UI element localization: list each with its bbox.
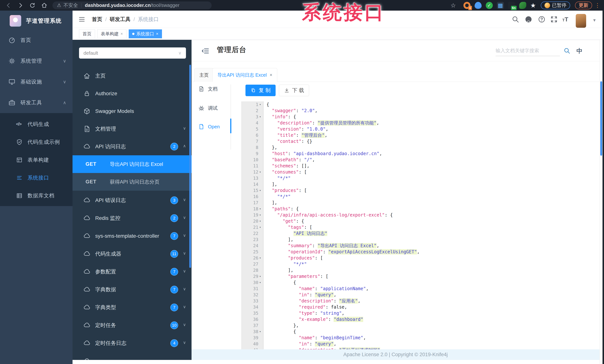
fullscreen-icon[interactable] <box>550 15 558 23</box>
extension-orange-icon[interactable]: 1 <box>463 2 470 9</box>
sidebar-item-infra[interactable]: 基础设施 ∨ <box>0 71 73 92</box>
k4-menu-item-sys-sms-template-controller[interactable]: sys-sms-template-controller7∨ <box>73 227 191 245</box>
code-editor[interactable]: 1▾{2 "swagger": "2.0",3▾ "info": {4 "des… <box>241 101 598 349</box>
address-bar[interactable]: ⚠ 不安全 dashboard.yudao.iocoder.cn /tool/s… <box>52 1 212 9</box>
update-button[interactable]: 更新 <box>575 1 592 9</box>
language-icon[interactable]: 中 <box>576 47 583 55</box>
extension-star-icon[interactable]: ★ <box>530 2 536 9</box>
paused-button[interactable]: 已暂停 <box>541 1 570 9</box>
doc-tab-export-api[interactable]: 导出API 访问日志 Excel × <box>212 68 277 82</box>
user-avatar[interactable] <box>576 14 586 28</box>
fold-caret-icon[interactable]: ▾ <box>258 103 262 106</box>
fold-caret-icon[interactable]: ▾ <box>258 213 262 217</box>
caret-down-icon[interactable]: ▾ <box>593 17 596 23</box>
sidebar-item-label: 系统管理 <box>20 57 42 64</box>
k4-menu-item-Swagger Models[interactable]: Swagger Models <box>73 102 191 120</box>
main-scrollbar-thumb[interactable] <box>600 81 602 156</box>
extension-pin-icon[interactable] <box>475 2 482 9</box>
close-icon[interactable]: × <box>156 31 158 36</box>
cloud-icon <box>83 322 90 329</box>
sidebar-item-db-doc[interactable]: 数据库文档 <box>0 187 73 205</box>
sidebar-scrollbar-thumb[interactable] <box>189 65 191 268</box>
breadcrumb-separator: / <box>134 16 135 22</box>
extension-leaf-icon[interactable] <box>519 2 526 9</box>
doc-tab-home[interactable]: 主页 <box>194 68 214 82</box>
doc-search-input[interactable] <box>496 45 560 56</box>
font-size-icon[interactable]: TT <box>562 15 570 23</box>
fold-caret-icon[interactable]: ▾ <box>258 330 262 333</box>
sidebar-item-system[interactable]: 系统管理 ∨ <box>0 50 73 71</box>
code-line: 34 "required": false, <box>241 304 598 310</box>
side-tab-debug[interactable]: 调试 <box>198 103 218 113</box>
sidebar-item-home[interactable]: 首页 <box>0 30 73 50</box>
k4-menu-item-定时任务[interactable]: 定时任务10∨ <box>73 316 191 334</box>
browser-home-icon[interactable] <box>41 2 48 9</box>
k4-menu-item-代码生成器[interactable]: 代码生成器11∨ <box>73 245 191 263</box>
fold-caret-icon[interactable]: ▾ <box>258 275 262 278</box>
breadcrumb-devtools[interactable]: 研发工具 <box>110 16 131 23</box>
k4-menu-item-Authorize[interactable]: Authorize <box>73 85 191 102</box>
search-icon[interactable] <box>512 15 519 23</box>
k4-menu-label: Swagger Models <box>95 108 134 114</box>
search-icon[interactable] <box>564 47 570 54</box>
k4-menu-item-主页[interactable]: 主页 <box>73 67 191 85</box>
download-button[interactable]: 下 载 <box>279 85 309 96</box>
k4-menu-item-API 错误日志[interactable]: API 错误日志3∨ <box>73 191 191 209</box>
k4-menu-item-字典类型[interactable]: 字典类型7∨ <box>73 299 191 316</box>
copy-button[interactable]: 复 制 <box>245 85 276 96</box>
side-tab-open[interactable]: Open <box>198 122 220 132</box>
sidebar-item-system-api[interactable]: 系统接口 <box>0 169 73 187</box>
app-logo[interactable]: 芋道管理系统 <box>0 11 73 31</box>
sidebar-item-form-builder[interactable]: 表单构建 <box>0 151 73 169</box>
fold-caret-icon[interactable]: ▾ <box>258 188 262 192</box>
k4-endpoint-获得API 访问日志分页[interactable]: GET获得API 访问日志分页 <box>73 173 191 191</box>
k4-menu-item-Redis 监控[interactable]: Redis 监控2∨ <box>73 209 191 227</box>
code-text: }, <box>264 323 299 328</box>
browser-refresh-icon[interactable] <box>29 2 36 9</box>
extension-grid-icon[interactable]: ▦ <box>497 2 504 9</box>
main-scrollbar-track[interactable] <box>600 40 603 364</box>
browser-back-icon[interactable] <box>5 2 12 9</box>
tag-form-builder[interactable]: 表单构建 × <box>97 29 126 38</box>
fold-caret-icon[interactable]: ▾ <box>258 219 262 223</box>
sidebar-collapse-icon[interactable] <box>78 16 86 23</box>
k4-menu-item-文档管理[interactable]: 文档管理∨ <box>73 120 191 138</box>
code-line: 1▾{ <box>241 101 598 108</box>
security-label[interactable]: 不安全 <box>63 2 78 9</box>
k4-endpoint-导出API 访问日志 Excel[interactable]: GET导出API 访问日志 Excel <box>73 155 191 173</box>
k4-menu-item-定时任务日志[interactable]: 定时任务日志4∨ <box>73 334 191 352</box>
k4-menu-item-API 访问日志[interactable]: API 访问日志2∧ <box>73 138 191 155</box>
extension-adblock-icon[interactable]: ✓ <box>486 2 493 9</box>
line-number: 11 <box>253 163 258 168</box>
bookmark-star-icon[interactable]: ☆ <box>451 2 456 9</box>
github-icon[interactable] <box>525 15 532 23</box>
k4-menu-item-参数配置[interactable]: 参数配置7∨ <box>73 263 191 280</box>
extension-dark-icon[interactable]: 6n <box>508 2 515 9</box>
count-badge: 7 <box>170 268 178 276</box>
line-number: 38 <box>253 329 258 334</box>
k4-menu-item-字典数据[interactable]: 字典数据7∨ <box>73 281 191 298</box>
fold-caret-icon[interactable]: ▾ <box>258 281 262 284</box>
tag-home[interactable]: 首页 <box>79 29 95 38</box>
breadcrumb-home[interactable]: 首页 <box>92 16 102 23</box>
fold-caret-icon[interactable]: ▾ <box>258 256 262 260</box>
browser-menu-icon[interactable]: ⋮ <box>595 2 600 9</box>
close-icon[interactable]: × <box>121 31 123 36</box>
code-text: "tags": [ <box>264 225 312 230</box>
tag-system-api[interactable]: 系统接口 × <box>129 29 162 38</box>
page-title: 管理后台 <box>217 45 247 54</box>
browser-forward-icon[interactable] <box>17 2 24 9</box>
fold-caret-icon[interactable]: ▾ <box>258 170 262 174</box>
fold-caret-icon[interactable]: ▾ <box>258 207 262 211</box>
side-tab-document[interactable]: 文档 <box>198 84 218 94</box>
sidebar-item-devtools[interactable]: 研发工具 ∧ <box>0 92 73 113</box>
fold-caret-icon[interactable]: ▾ <box>258 115 262 118</box>
group-select[interactable]: default ∨ <box>79 47 186 59</box>
help-icon[interactable] <box>538 15 546 23</box>
sidebar-item-codegen[interactable]: </> 代码生成 <box>0 115 73 133</box>
code-text: "name": "applicationName", <box>264 286 369 291</box>
panel-collapse-icon[interactable] <box>201 47 209 55</box>
fold-caret-icon[interactable]: ▾ <box>258 226 262 229</box>
close-icon[interactable]: × <box>270 72 272 77</box>
sidebar-item-codegen-example[interactable]: 代码生成示例 <box>0 133 73 151</box>
